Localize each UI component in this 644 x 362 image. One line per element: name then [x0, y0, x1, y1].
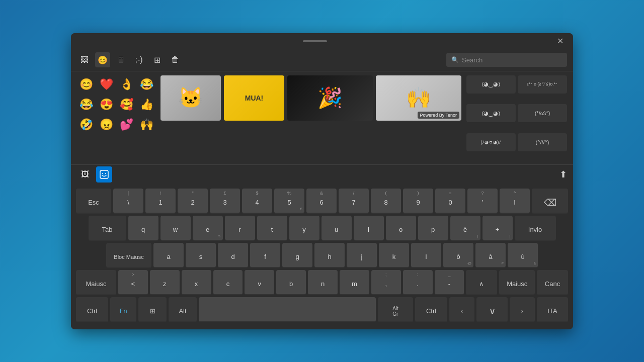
key-d[interactable]: d — [218, 243, 248, 268]
key-ograve[interactable]: ò@ — [443, 243, 473, 268]
emoji-cell[interactable]: 🥰 — [117, 96, 135, 114]
emoji-cell[interactable]: ❤️ — [97, 75, 115, 94]
emoji-cell[interactable]: 🤣 — [77, 116, 95, 134]
emoji-cell[interactable]: 😊 — [77, 75, 95, 94]
key-z[interactable]: z — [150, 270, 180, 295]
key-space[interactable] — [199, 297, 376, 322]
emoji-cell[interactable]: 😍 — [97, 96, 115, 114]
key-backspace[interactable]: ⌫ — [532, 189, 568, 214]
key-u[interactable]: u — [321, 216, 352, 241]
key-x[interactable]: x — [182, 270, 211, 295]
kaomoji-cell[interactable]: ε*･ｏ(≧▽≦)o.*･ — [518, 75, 567, 94]
key-ctrl-left[interactable]: Ctrl — [76, 297, 108, 322]
upload-icon[interactable]: ⬆ — [559, 169, 567, 180]
key-enter[interactable]: Invio — [515, 216, 556, 241]
key-v[interactable]: v — [245, 270, 274, 295]
key-o[interactable]: o — [386, 216, 416, 241]
kaomoji-cell[interactable]: (◕‿◕) — [466, 104, 516, 122]
key-5[interactable]: %5€ — [274, 189, 304, 214]
key-i[interactable]: i — [354, 216, 384, 241]
key-delete[interactable]: Canc — [537, 270, 568, 295]
key-esc[interactable]: Esc — [76, 189, 111, 214]
kaomoji-cell[interactable]: (◕‿◕) — [466, 75, 516, 94]
key-ctrl-right[interactable]: Ctrl — [415, 297, 447, 322]
key-w[interactable]: w — [160, 216, 191, 241]
key-7[interactable]: /7 — [339, 189, 369, 214]
key-quote[interactable]: ?' — [467, 189, 498, 214]
tab-symbol[interactable]: ⊞ — [149, 52, 165, 67]
emoji-cell[interactable]: 😠 — [97, 116, 115, 134]
key-lt[interactable]: >< — [118, 270, 148, 295]
key-e[interactable]: e€ — [193, 216, 223, 241]
key-language[interactable]: ITA — [537, 297, 568, 322]
key-arrow-left[interactable]: ‹ — [449, 297, 474, 322]
key-arrow-right[interactable]: › — [510, 297, 535, 322]
key-r[interactable]: r — [225, 216, 255, 241]
key-6[interactable]: &6 — [306, 189, 337, 214]
emoji-cell[interactable]: 👍 — [137, 96, 155, 114]
key-4[interactable]: $4 — [242, 189, 272, 214]
gif-item[interactable]: 🙌 Powered By Tenor — [376, 75, 461, 121]
key-y[interactable]: y — [289, 216, 319, 241]
emoji-cell[interactable]: 👌 — [117, 75, 135, 94]
tab-emoji[interactable]: 😊 — [95, 52, 110, 67]
search-box[interactable]: 🔍 — [446, 53, 567, 67]
search-input[interactable] — [462, 56, 562, 64]
titlebar-drag[interactable] — [77, 40, 553, 42]
key-9[interactable]: )9 — [403, 189, 433, 214]
key-s[interactable]: s — [186, 243, 216, 268]
key-caps-lock[interactable]: Bloc Maiusc — [106, 243, 151, 268]
key-t[interactable]: t — [257, 216, 287, 241]
kaomoji-cell[interactable]: (^///^) — [518, 133, 567, 151]
key-n[interactable]: n — [308, 270, 338, 295]
emoji-cell[interactable]: 😂 — [137, 75, 155, 94]
tab-delete[interactable]: 🗑 — [168, 52, 183, 67]
key-agrave[interactable]: à# — [475, 243, 506, 268]
key-8[interactable]: (8 — [371, 189, 401, 214]
key-p[interactable]: p — [418, 216, 448, 241]
key-egrave[interactable]: è[ — [450, 216, 480, 241]
key-c[interactable]: c — [213, 270, 243, 295]
key-q[interactable]: q — [128, 216, 158, 241]
gif-item[interactable]: MUA! — [224, 75, 284, 121]
key-alt-left[interactable]: Alt — [169, 297, 197, 322]
key-1[interactable]: !1 — [145, 189, 176, 214]
key-windows[interactable]: ⊞ — [138, 297, 167, 322]
gif-item[interactable]: 🐱 — [160, 75, 221, 121]
key-3[interactable]: £3 — [210, 189, 240, 214]
key-tab[interactable]: Tab — [89, 216, 126, 241]
emoji-cell[interactable]: 😂 — [77, 96, 95, 114]
key-f[interactable]: f — [250, 243, 280, 268]
key-period[interactable]: :. — [403, 270, 433, 295]
key-ugrave[interactable]: ù§ — [508, 243, 538, 268]
kaomoji-cell[interactable]: (ﾉ◕ヮ◕)ﾉ — [466, 133, 516, 151]
tab-emoticon[interactable]: ;-) — [131, 52, 146, 67]
key-arrow-down[interactable]: ∨ — [476, 297, 508, 322]
kaomoji-cell[interactable]: (*/ω\*) — [518, 104, 567, 122]
key-igrave[interactable]: ^ì — [500, 189, 530, 214]
key-a[interactable]: a — [153, 243, 184, 268]
key-2[interactable]: "2 — [178, 189, 208, 214]
key-j[interactable]: j — [347, 243, 377, 268]
key-minus[interactable]: _- — [435, 270, 464, 295]
emoji-cell[interactable]: 💕 — [117, 116, 135, 134]
key-comma[interactable]: ;, — [371, 270, 401, 295]
key-g[interactable]: g — [282, 243, 312, 268]
key-m[interactable]: m — [340, 270, 369, 295]
key-l[interactable]: l — [411, 243, 441, 268]
key-fn[interactable]: Fn — [110, 297, 136, 322]
key-shift-left[interactable]: Maiusc — [76, 270, 116, 295]
key-b[interactable]: b — [276, 270, 306, 295]
key-altgr[interactable]: AltGr — [378, 297, 413, 322]
toolbar-clip-icon[interactable]: 🖼 — [77, 166, 93, 183]
key-caret[interactable]: ∧ — [466, 270, 497, 295]
key-backslash[interactable]: |\ — [113, 189, 143, 214]
key-shift-right[interactable]: Maiusc — [499, 270, 535, 295]
key-0[interactable]: =0 — [435, 189, 465, 214]
tab-clip[interactable]: 🖼 — [77, 52, 92, 67]
emoji-cell[interactable]: 🙌 — [137, 116, 155, 134]
tab-kaomoji-tab[interactable]: 🖥 — [113, 52, 128, 67]
gif-item[interactable]: 🎉 — [287, 75, 373, 121]
key-plus[interactable]: +] — [482, 216, 513, 241]
close-button[interactable]: ✕ — [553, 34, 567, 48]
